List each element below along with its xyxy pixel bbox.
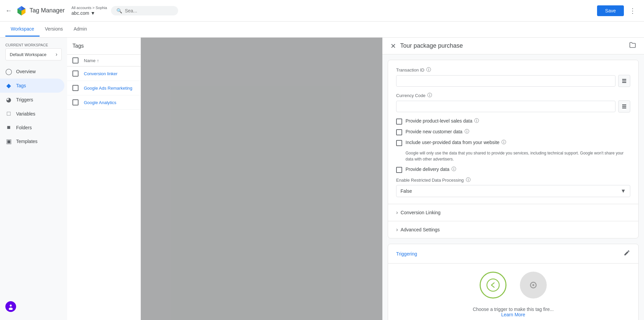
row-checkbox[interactable] xyxy=(72,71,78,77)
triggering-header: Triggering xyxy=(388,244,638,264)
avatar[interactable] xyxy=(5,301,16,312)
account-path: All accounts > Sophia xyxy=(71,6,107,10)
currency-code-picker-button[interactable] xyxy=(618,100,630,112)
search-bar[interactable]: 🔍 xyxy=(111,6,178,15)
restricted-data-help-icon[interactable]: ⓘ xyxy=(466,177,471,183)
info-text: Google will only use the data that you s… xyxy=(406,150,630,162)
tags-table: Name ↑ Conversion linker Google Ads Rema… xyxy=(67,55,141,320)
tag-name[interactable]: Google Analytics xyxy=(84,100,116,105)
sidebar-item-label: Variables xyxy=(16,111,35,117)
currency-code-label: Currency Code ⓘ xyxy=(396,92,630,98)
transaction-id-label: Transaction ID ⓘ xyxy=(396,67,630,73)
triggering-edit-button[interactable] xyxy=(624,249,630,258)
chevron-right-icon: › xyxy=(396,210,398,216)
sidebar-item-label: Folders xyxy=(16,125,32,130)
delivery-data-label: Provide delivery data ⓘ xyxy=(406,166,456,172)
search-icon: 🔍 xyxy=(116,8,122,13)
search-input[interactable] xyxy=(125,8,165,13)
save-button[interactable]: Save xyxy=(597,5,624,16)
sidebar-item-variables[interactable]: □ Variables xyxy=(0,107,64,121)
transaction-id-help-icon[interactable]: ⓘ xyxy=(426,67,431,73)
chevron-right-icon: › xyxy=(396,227,398,233)
transaction-id-input[interactable] xyxy=(396,75,615,87)
delivery-help-icon[interactable]: ⓘ xyxy=(451,166,456,172)
user-provided-label: Include user-provided data from your web… xyxy=(406,139,506,145)
currency-code-input[interactable] xyxy=(396,101,615,112)
product-sales-label: Provide product-level sales data ⓘ xyxy=(406,118,479,124)
sidebar-item-templates[interactable]: ▣ Templates xyxy=(0,134,64,148)
restricted-data-dropdown[interactable]: False ▼ xyxy=(396,185,630,197)
close-button[interactable]: ✕ xyxy=(390,42,396,50)
dropdown-arrow-icon: ▼ xyxy=(621,188,626,194)
workspace-selector[interactable]: Default Workspace › xyxy=(5,48,62,60)
folder-icon xyxy=(629,42,636,50)
tag-name[interactable]: Conversion linker xyxy=(84,71,117,76)
back-button[interactable]: ← xyxy=(5,7,12,14)
row-checkbox[interactable] xyxy=(72,99,78,105)
restricted-data-label: Enable Restricted Data Processing ⓘ xyxy=(396,177,630,183)
main-layout: CURRENT WORKSPACE Default Workspace › ◯ … xyxy=(0,38,644,320)
learn-more-link[interactable]: Learn More xyxy=(396,312,630,317)
tab-admin[interactable]: Admin xyxy=(68,22,92,37)
user-provided-help-icon[interactable]: ⓘ xyxy=(501,139,506,145)
sidebar-item-label: Tags xyxy=(16,83,26,88)
folders-icon: ■ xyxy=(5,124,12,131)
row-checkbox[interactable] xyxy=(72,85,78,91)
conversion-linking-section[interactable]: › Conversion Linking xyxy=(388,204,638,221)
workspace-name: Default Workspace xyxy=(10,52,47,57)
transaction-id-picker-button[interactable] xyxy=(618,75,630,87)
dialog-header: ✕ Tour package purchase xyxy=(382,38,644,54)
triggers-icon: ◕ xyxy=(5,96,12,103)
sidebar-item-overview[interactable]: ◯ Overview xyxy=(0,64,64,79)
chevron-right-icon: › xyxy=(56,51,57,57)
table-row[interactable]: Google Ads Remarketing xyxy=(67,81,141,95)
sidebar-item-tags[interactable]: ◆ Tags xyxy=(0,79,64,93)
product-sales-help-icon[interactable]: ⓘ xyxy=(474,118,479,124)
currency-code-help-icon[interactable]: ⓘ xyxy=(427,92,432,98)
more-menu-button[interactable]: ⋮ xyxy=(627,4,639,17)
currency-code-input-group xyxy=(396,100,630,112)
sidebar-item-label: Templates xyxy=(16,139,38,144)
logo-icon xyxy=(16,5,27,16)
table-row[interactable]: Conversion linker xyxy=(67,66,141,81)
product-sales-checkbox-row: Provide product-level sales data ⓘ xyxy=(396,118,630,125)
trigger-empty-inner xyxy=(530,282,537,288)
select-all-checkbox[interactable] xyxy=(72,57,78,63)
dialog-title: Tour package purchase xyxy=(400,42,625,49)
table-row[interactable]: Google Analytics xyxy=(67,95,141,110)
currency-code-field: Currency Code ⓘ xyxy=(396,92,630,112)
triggering-info: Choose a trigger to make this tag fire..… xyxy=(388,307,638,320)
tags-panel-header: Tags xyxy=(67,38,141,55)
delivery-data-checkbox-row: Provide delivery data ⓘ xyxy=(396,166,630,173)
active-trigger[interactable] xyxy=(480,272,506,299)
tab-versions[interactable]: Versions xyxy=(40,22,68,37)
sidebar-bottom xyxy=(0,296,67,317)
dialog-panel: ✕ Tour package purchase Transaction xyxy=(382,38,644,320)
sidebar-item-label: Triggers xyxy=(16,97,33,102)
svg-point-5 xyxy=(10,305,12,307)
name-column-header[interactable]: Name ↑ xyxy=(84,58,99,63)
tag-name[interactable]: Google Ads Remarketing xyxy=(84,86,132,91)
brand-name: Tag Manager xyxy=(30,7,65,14)
triggering-body xyxy=(388,264,638,307)
conversion-linking-label: Conversion Linking xyxy=(400,210,440,215)
new-customer-checkbox[interactable] xyxy=(396,129,402,135)
overview-icon: ◯ xyxy=(5,68,12,75)
sidebar: CURRENT WORKSPACE Default Workspace › ◯ … xyxy=(0,38,67,320)
templates-icon: ▣ xyxy=(5,138,12,145)
workspace-label: CURRENT WORKSPACE xyxy=(5,43,62,47)
trigger-active-circle[interactable] xyxy=(480,272,506,299)
sidebar-item-folders[interactable]: ■ Folders xyxy=(0,121,64,134)
tab-workspace[interactable]: Workspace xyxy=(5,22,40,37)
dropdown-value: False xyxy=(400,188,412,194)
product-sales-checkbox[interactable] xyxy=(396,119,402,125)
user-provided-checkbox[interactable] xyxy=(396,140,402,146)
topbar: ← Tag Manager All accounts > Sophia abc.… xyxy=(0,0,644,21)
sidebar-item-triggers[interactable]: ◕ Triggers xyxy=(0,93,64,107)
tags-panel: Tags Name ↑ Conversion linker Google Ads… xyxy=(67,38,141,320)
delivery-data-checkbox[interactable] xyxy=(396,167,402,173)
new-customer-help-icon[interactable]: ⓘ xyxy=(465,129,469,135)
advanced-settings-section[interactable]: › Advanced Settings xyxy=(388,221,638,238)
sidebar-nav: ◯ Overview ◆ Tags ◕ Triggers □ Variables… xyxy=(0,64,67,148)
tags-icon: ◆ xyxy=(5,82,12,89)
